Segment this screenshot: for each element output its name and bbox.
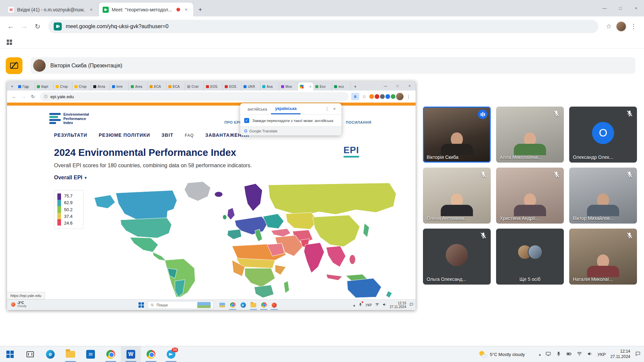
extension-icon[interactable] (385, 94, 390, 99)
shared-tab[interactable]: Стор (72, 82, 91, 90)
shared-tab[interactable]: Стат (185, 82, 204, 90)
tab-search-icon[interactable]: ▾ (9, 83, 15, 89)
nav-faq[interactable]: FAQ (185, 133, 194, 138)
edge-app-icon[interactable] (40, 346, 60, 362)
nav-policy[interactable]: РЕЗЮМЕ ПОЛІТИКИ (99, 132, 150, 138)
chrome-app-icon[interactable] (227, 300, 238, 310)
translate-source-tab[interactable]: англійська (244, 104, 271, 114)
display-icon[interactable] (545, 351, 551, 358)
translate-icon[interactable]: A (351, 93, 359, 100)
shared-tab[interactable]: EOS (223, 82, 241, 90)
translate-menu-icon[interactable]: ⋮ (323, 105, 331, 113)
participant-tile[interactable]: Христина Андрії... (496, 168, 564, 224)
extension-icon[interactable] (375, 94, 379, 99)
shared-tab[interactable]: Карт (35, 82, 54, 90)
new-tab-button[interactable]: + (195, 5, 205, 15)
search-input[interactable]: Пошук (147, 301, 214, 309)
shared-tab[interactable]: EOS (204, 82, 223, 90)
browser-tab-meet[interactable]: Meet: "теоретико-методол... × (99, 3, 193, 16)
maximize-button[interactable]: □ (612, 0, 628, 16)
bookmark-star-icon[interactable]: ☆ (603, 21, 614, 32)
minimize-button[interactable]: — (597, 0, 612, 16)
translate-target-tab[interactable]: українська (271, 103, 301, 114)
bookmark-star-icon[interactable]: ☆ (360, 92, 369, 101)
close-icon[interactable]: × (88, 7, 94, 13)
shared-screen[interactable]: ▾ Гідр Карт Стор Стор Атла Інте Area ECA… (7, 81, 416, 310)
participant-tile[interactable]: Ольга Олександ... (423, 229, 491, 285)
site-info-icon[interactable]: ⓘ (44, 94, 48, 99)
shared-tab[interactable]: Eco (313, 82, 332, 90)
chrome-active-app-icon[interactable] (259, 300, 269, 310)
speaker-icon[interactable] (587, 351, 593, 358)
close-window-button[interactable]: × (404, 81, 416, 90)
clock[interactable]: 12:15 27.11.2024 (390, 301, 406, 309)
nav-results[interactable]: РЕЗУЛЬТАТИ (54, 132, 87, 138)
back-button[interactable]: ← (10, 92, 18, 101)
extension-icon[interactable] (369, 94, 374, 99)
explorer-app-icon[interactable] (248, 300, 259, 310)
shared-tab[interactable]: Інте (110, 82, 129, 90)
presentation-mode-icon[interactable] (6, 57, 22, 74)
shared-tab[interactable]: Area (129, 82, 148, 90)
google-translate-popup[interactable]: англійська українська ⋮ × ✓ Завжди перек… (240, 103, 341, 135)
close-icon[interactable]: × (331, 105, 338, 113)
shared-tab[interactable]: Гідр (16, 82, 35, 90)
shared-tab[interactable]: ECA (148, 82, 166, 90)
shared-tab-active-epi[interactable]: × (298, 82, 313, 90)
world-map[interactable] (87, 180, 410, 298)
tray-expand-icon[interactable]: ▴ (353, 303, 355, 307)
word-app-icon[interactable] (121, 346, 141, 362)
reload-button[interactable]: ↻ (29, 92, 37, 101)
shared-tab[interactable]: UKR (241, 82, 260, 90)
url-bar[interactable]: meet.google.com/yhq-uksi-gvk?authuser=0 (48, 20, 598, 33)
extension-icon[interactable] (380, 94, 385, 99)
wifi-icon[interactable] (375, 302, 379, 308)
url-bar[interactable]: ⓘ epi.yale.edu (40, 92, 348, 101)
always-translate-checkbox[interactable]: ✓ (244, 118, 249, 123)
profile-avatar[interactable] (396, 93, 404, 100)
new-tab-button[interactable]: + (351, 82, 360, 90)
start-button[interactable] (139, 302, 144, 308)
back-button[interactable]: ← (5, 20, 17, 33)
start-button[interactable] (0, 346, 20, 362)
participant-tile[interactable]: Наталія Миколаї... (569, 229, 637, 285)
speaker-icon[interactable] (382, 302, 387, 308)
task-view-button[interactable] (20, 346, 40, 362)
participant-tile[interactable]: Віктор Михайлов... (569, 168, 637, 224)
chrome-app-icon[interactable] (101, 346, 121, 362)
browser-menu-icon[interactable]: ⋮ (404, 92, 413, 101)
forward-button[interactable]: → (18, 20, 30, 33)
notification-icon[interactable] (409, 302, 414, 308)
epi-link-about[interactable]: ПРО EPI (224, 120, 240, 124)
red-app-icon[interactable] (269, 300, 279, 310)
close-window-button[interactable]: × (628, 0, 644, 16)
epi-logo[interactable]: Environmental Performance Index (49, 112, 89, 125)
language-indicator[interactable]: УКР (366, 303, 372, 307)
notification-center-icon[interactable] (635, 351, 641, 358)
mic-tray-icon[interactable] (556, 351, 561, 358)
shared-tab[interactable]: Атла (91, 82, 110, 90)
mic-tray-icon[interactable] (358, 302, 363, 308)
mail-app-icon[interactable] (80, 346, 101, 362)
profile-avatar[interactable] (616, 21, 627, 32)
shared-tab[interactable]: Мон (279, 82, 298, 90)
shared-weather-widget[interactable]: -3°C Cloudy (11, 301, 26, 308)
apps-grid-icon[interactable] (7, 40, 12, 45)
overall-epi-dropdown[interactable]: Overall EPI▾ (54, 175, 87, 181)
edge-app-icon[interactable] (238, 300, 248, 310)
tray-expand-icon[interactable]: ▴ (539, 352, 541, 357)
maximize-button[interactable]: □ (391, 81, 404, 90)
extension-icon[interactable] (391, 94, 395, 99)
close-icon[interactable]: × (309, 85, 311, 88)
presentation-header[interactable]: Вікторія Скиба (Презентація) (31, 57, 635, 74)
shared-tab[interactable]: Стор (54, 82, 72, 90)
participant-tile[interactable]: Олена Антонівна... (423, 168, 491, 224)
clock[interactable]: 12:14 27.11.2024 (610, 349, 630, 359)
shared-tab[interactable]: ECA (166, 82, 185, 90)
language-indicator[interactable]: УКР (597, 352, 606, 357)
browser-tab-gmail[interactable]: Вхідні (41) - n.m.voznyuk@nuw... × (4, 3, 99, 16)
reload-button[interactable]: ↻ (32, 20, 44, 33)
battery-icon[interactable] (566, 351, 572, 358)
participant-tile[interactable]: Алла Миколаївна... (496, 107, 564, 163)
weather-widget[interactable]: 5°C Mostly cloudy (479, 351, 525, 358)
